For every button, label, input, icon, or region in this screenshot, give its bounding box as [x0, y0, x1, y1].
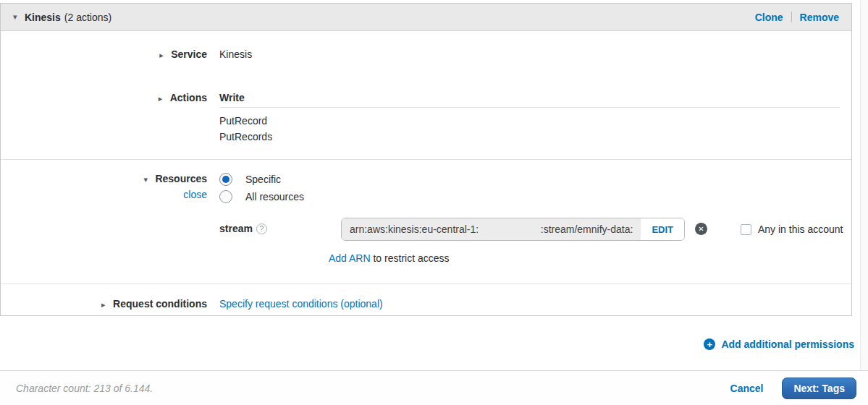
- radio-icon[interactable]: [219, 173, 232, 186]
- add-arn-row: Add ARN to restrict access: [1, 252, 840, 264]
- checkbox-icon[interactable]: [741, 224, 751, 235]
- expand-caret-icon[interactable]: ▸: [101, 300, 113, 310]
- expand-caret-icon[interactable]: ▸: [159, 51, 171, 60]
- permission-block-kinesis: ▾ Kinesis (2 actions) Clone Remove ▸Serv…: [0, 3, 852, 316]
- resources-label: Resources: [155, 173, 207, 184]
- resources-radio-group: Specific All resources: [219, 173, 840, 203]
- remove-link[interactable]: Remove: [800, 12, 839, 23]
- permission-block-header: ▾ Kinesis (2 actions) Clone Remove: [1, 4, 851, 31]
- request-conditions-content: Specify request conditions (optional): [219, 298, 840, 310]
- collapse-caret-icon[interactable]: ▾: [13, 12, 25, 22]
- stream-label-wrap: stream?: [219, 218, 341, 234]
- actions-count: (2 actions): [64, 12, 111, 23]
- next-tags-button[interactable]: Next: Tags: [782, 378, 856, 399]
- arn-suffix: :stream/emnify-data:: [541, 223, 633, 235]
- add-additional-permissions-link[interactable]: + Add additional permissions: [704, 338, 854, 350]
- request-conditions-row: ▸Request conditions Specify request cond…: [1, 298, 840, 310]
- request-conditions-label-cell[interactable]: ▸Request conditions: [1, 298, 207, 310]
- cancel-button[interactable]: Cancel: [730, 383, 764, 394]
- resources-close-link[interactable]: close: [1, 189, 207, 200]
- plus-circle-icon: +: [704, 338, 715, 350]
- remove-arn-icon[interactable]: ✕: [695, 223, 707, 235]
- radio-option-all-resources[interactable]: All resources: [219, 190, 840, 203]
- request-conditions-label: Request conditions: [113, 298, 207, 310]
- radio-label: Specific: [245, 174, 281, 185]
- header-links: Clone Remove: [755, 12, 839, 23]
- section-divider: [1, 284, 851, 284]
- actions-row: ▸Actions Write PutRecord PutRecords: [1, 92, 840, 145]
- service-value: Kinesis: [219, 48, 840, 60]
- help-icon[interactable]: ?: [256, 223, 267, 234]
- edit-arn-button[interactable]: EDIT: [641, 218, 684, 240]
- actions-label: Actions: [170, 92, 207, 103]
- action-item: PutRecords: [219, 129, 840, 145]
- stream-content: stream? arn:aws:kinesis:eu-central-1: :s…: [219, 218, 840, 241]
- stream-arn-value: arn:aws:kinesis:eu-central-1: :stream/em…: [342, 218, 641, 240]
- add-arn-link[interactable]: Add ARN: [329, 252, 371, 264]
- specify-request-conditions-link[interactable]: Specify request conditions (optional): [219, 298, 383, 310]
- scrollbar[interactable]: [860, 0, 868, 370]
- resources-label-line[interactable]: ▾Resources: [1, 173, 207, 184]
- actions-label-cell[interactable]: ▸Actions: [1, 92, 207, 103]
- character-count: Character count: 213 of 6.144.: [16, 383, 153, 394]
- stream-label: stream: [219, 223, 253, 234]
- action-group-write: Write: [219, 92, 840, 108]
- radio-option-specific[interactable]: Specific: [219, 173, 840, 186]
- add-additional-permissions-label: Add additional permissions: [721, 338, 854, 350]
- any-in-account-label: Any in this account: [758, 223, 843, 235]
- clone-link[interactable]: Clone: [755, 12, 783, 23]
- iam-policy-visual-editor: ▾ Kinesis (2 actions) Clone Remove ▸Serv…: [0, 0, 868, 405]
- arn-prefix: arn:aws:kinesis:eu-central-1:: [350, 223, 479, 235]
- stream-row: stream? arn:aws:kinesis:eu-central-1: :s…: [1, 218, 840, 241]
- resources-label-cell: ▾Resources close: [1, 173, 207, 200]
- radio-label: All resources: [245, 191, 304, 202]
- stream-arn-widget: arn:aws:kinesis:eu-central-1: :stream/em…: [341, 218, 685, 241]
- action-item: PutRecord: [219, 113, 840, 129]
- radio-icon[interactable]: [219, 190, 232, 203]
- expand-caret-icon[interactable]: ▸: [159, 94, 170, 103]
- add-arn-rest: to restrict access: [373, 252, 449, 264]
- any-in-account-option[interactable]: Any in this account: [741, 223, 843, 235]
- actions-list: Write PutRecord PutRecords: [219, 92, 840, 145]
- wizard-footer: Character count: 213 of 6.144. Cancel Ne…: [0, 370, 868, 405]
- collapse-caret-icon[interactable]: ▾: [143, 175, 155, 184]
- service-label: Service: [171, 48, 207, 60]
- section-divider: [1, 159, 851, 160]
- service-title: Kinesis: [25, 12, 61, 23]
- link-divider: [791, 12, 792, 22]
- footer-actions: Cancel Next: Tags: [730, 378, 856, 399]
- service-label-cell[interactable]: ▸Service: [1, 48, 207, 60]
- resources-row: ▾Resources close Specific All resources: [1, 173, 840, 203]
- service-row: ▸Service Kinesis: [1, 48, 840, 60]
- add-arn-line: Add ARN to restrict access: [329, 252, 840, 264]
